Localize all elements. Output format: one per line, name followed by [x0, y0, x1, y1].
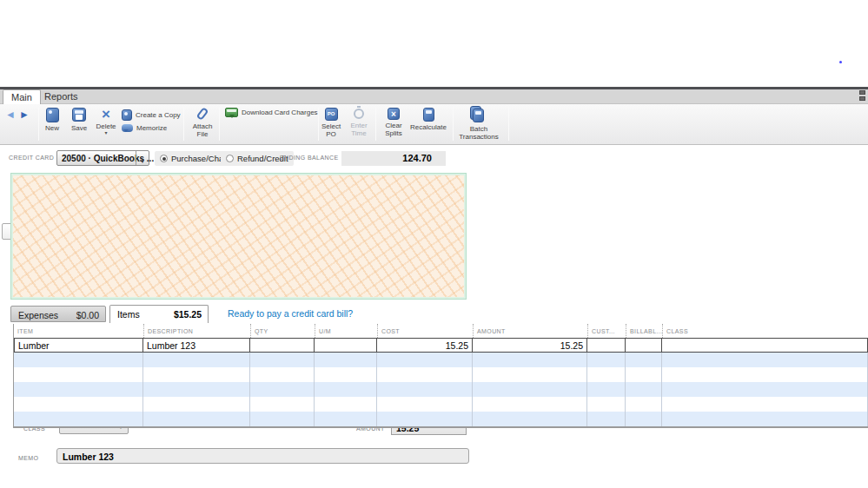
empty-cell[interactable]: [143, 367, 250, 382]
toolbar-separator: [219, 108, 220, 141]
cell-customer[interactable]: [587, 339, 626, 352]
empty-cell[interactable]: [377, 367, 473, 382]
tab-reports[interactable]: Reports: [36, 89, 86, 104]
create-a-copy-button[interactable]: Create a Copy: [122, 109, 181, 121]
pay-credit-card-bill-link[interactable]: Ready to pay a credit card bill?: [228, 308, 353, 319]
empty-cell[interactable]: [626, 382, 662, 397]
tab-main[interactable]: Main: [3, 89, 41, 104]
empty-cell[interactable]: [626, 353, 662, 367]
empty-cell[interactable]: [250, 412, 315, 426]
back-arrow-icon[interactable]: ◄: [5, 109, 16, 120]
empty-cell[interactable]: [250, 353, 315, 367]
empty-cell[interactable]: [626, 367, 662, 382]
column-header-item[interactable]: ITEM: [14, 324, 143, 338]
empty-cell[interactable]: [377, 412, 473, 426]
credit-card-account-select[interactable]: 20500 · QuickBooks ... ▼: [56, 150, 149, 166]
empty-cell[interactable]: [377, 353, 473, 367]
empty-cell[interactable]: [662, 412, 868, 426]
empty-cell[interactable]: [315, 412, 377, 426]
table-empty-row[interactable]: [14, 353, 868, 367]
memo-label: MEMO: [18, 455, 38, 461]
memo-input[interactable]: Lumber 123: [56, 448, 469, 464]
column-header-um[interactable]: U/M: [315, 324, 377, 338]
empty-cell[interactable]: [626, 397, 662, 412]
download-card-charges-button[interactable]: Download Card Charges: [225, 108, 318, 117]
empty-cell[interactable]: [587, 382, 626, 397]
empty-cell[interactable]: [250, 367, 315, 382]
empty-cell[interactable]: [662, 367, 868, 382]
cell-qty[interactable]: [250, 339, 315, 352]
ribbon-collapse-icon[interactable]: [859, 90, 865, 95]
cell-amount[interactable]: 15.25: [473, 339, 587, 352]
empty-cell[interactable]: [587, 367, 626, 382]
column-header-description[interactable]: DESCRIPTION: [143, 324, 250, 338]
tab-items[interactable]: Items $15.25: [109, 305, 209, 323]
cell-cost[interactable]: 15.25: [377, 339, 473, 352]
empty-cell[interactable]: [250, 397, 315, 412]
empty-cell[interactable]: [14, 353, 143, 367]
select-po-button[interactable]: PO Select PO: [318, 108, 344, 138]
empty-cell[interactable]: [587, 412, 626, 426]
empty-cell[interactable]: [662, 382, 868, 397]
empty-cell[interactable]: [587, 397, 626, 412]
column-header-billable[interactable]: BILLABL...: [626, 324, 662, 338]
cursor-dot: [839, 61, 842, 63]
empty-cell[interactable]: [662, 397, 868, 412]
clear-splits-button[interactable]: × Clear Splits: [379, 108, 408, 137]
empty-cell[interactable]: [143, 397, 250, 412]
empty-cell[interactable]: [315, 353, 377, 367]
items-table-empty-rows: [14, 353, 868, 426]
empty-cell[interactable]: [315, 397, 377, 412]
column-header-cost[interactable]: COST: [377, 324, 473, 338]
column-header-amount[interactable]: AMOUNT: [473, 324, 587, 338]
cell-description[interactable]: Lumber 123: [143, 339, 250, 352]
table-empty-row[interactable]: [14, 382, 868, 397]
empty-cell[interactable]: [473, 367, 587, 382]
empty-cell[interactable]: [315, 367, 377, 382]
delete-button[interactable]: × Delete ▾: [92, 108, 120, 135]
empty-cell[interactable]: [377, 397, 473, 412]
empty-cell[interactable]: [14, 412, 143, 426]
memorize-button[interactable]: Memorize: [122, 124, 167, 132]
ribbon-expand-icon[interactable]: [859, 96, 865, 101]
empty-cell[interactable]: [250, 382, 315, 397]
empty-cell[interactable]: [14, 397, 143, 412]
cell-um[interactable]: [315, 339, 377, 352]
cell-class[interactable]: [662, 339, 868, 352]
empty-cell[interactable]: [473, 412, 587, 426]
chevron-down-icon[interactable]: ▼: [136, 151, 149, 165]
batch-transactions-button[interactable]: Batch Transactions: [454, 106, 504, 141]
empty-cell[interactable]: [14, 382, 143, 397]
empty-cell[interactable]: [14, 367, 143, 382]
empty-cell[interactable]: [315, 382, 377, 397]
table-empty-row[interactable]: [14, 412, 868, 426]
empty-cell[interactable]: [662, 353, 868, 367]
column-header-customer[interactable]: CUST...: [587, 324, 626, 338]
table-row-selected[interactable]: Lumber Lumber 123 15.25 15.25: [14, 338, 868, 353]
tab-expenses[interactable]: Expenses $0.00: [10, 306, 106, 322]
delete-dropdown-icon[interactable]: ▾: [104, 130, 107, 135]
empty-cell[interactable]: [626, 412, 662, 426]
save-button[interactable]: Save: [67, 108, 91, 132]
ending-balance-label: ENDING BALANCE: [280, 155, 338, 161]
cell-item[interactable]: Lumber: [14, 339, 143, 352]
items-table-header: ITEM DESCRIPTION QTY U/M COST AMOUNT CUS…: [14, 324, 868, 338]
empty-cell[interactable]: [473, 382, 587, 397]
new-icon: [46, 108, 59, 122]
cell-billable[interactable]: [626, 339, 662, 352]
empty-cell[interactable]: [143, 382, 250, 397]
forward-arrow-icon[interactable]: ►: [19, 109, 30, 120]
column-header-qty[interactable]: QTY: [250, 324, 315, 338]
column-header-class[interactable]: CLASS: [662, 324, 868, 338]
empty-cell[interactable]: [587, 353, 626, 367]
empty-cell[interactable]: [473, 353, 587, 367]
table-empty-row[interactable]: [14, 397, 868, 412]
empty-cell[interactable]: [473, 397, 587, 412]
empty-cell[interactable]: [377, 382, 473, 397]
attach-file-button[interactable]: Attach File: [188, 108, 217, 138]
empty-cell[interactable]: [143, 353, 250, 367]
empty-cell[interactable]: [143, 412, 250, 426]
table-empty-row[interactable]: [14, 367, 868, 382]
recalculate-button[interactable]: Recalculate: [407, 108, 450, 131]
new-button[interactable]: New: [40, 108, 64, 132]
